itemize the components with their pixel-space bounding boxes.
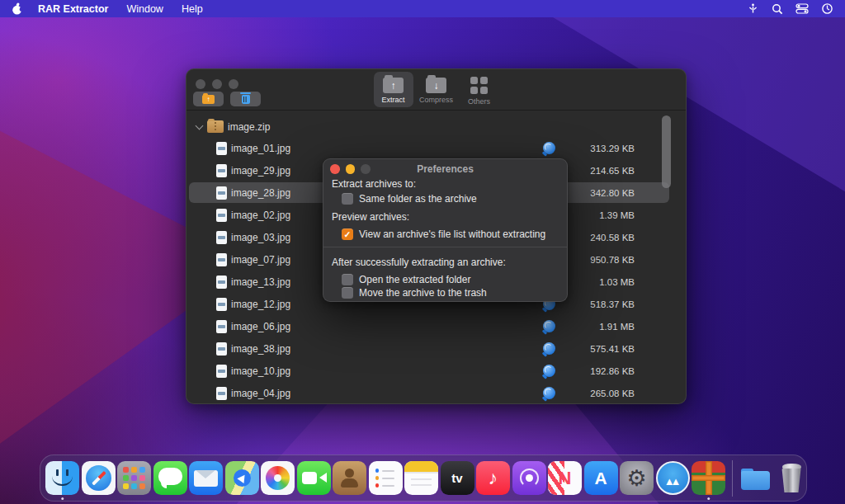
music-icon[interactable]: ♪ <box>476 461 510 495</box>
maps-icon[interactable] <box>225 461 259 495</box>
clock-icon[interactable] <box>821 2 833 15</box>
notes-icon[interactable] <box>404 461 438 495</box>
facetime-icon[interactable] <box>297 461 331 495</box>
minimize-button[interactable] <box>212 79 222 89</box>
traffic-lights-inactive[interactable] <box>196 79 238 89</box>
tab-others[interactable]: Others <box>460 72 499 107</box>
file-row[interactable]: image_06.jpg 1.91 MB <box>189 316 669 337</box>
checkbox-unchecked[interactable] <box>342 193 353 205</box>
jpg-file-icon <box>216 365 227 378</box>
file-row[interactable]: image_10.jpg 192.86 KB <box>189 360 669 381</box>
checkbox-checked[interactable]: ✓ <box>342 228 353 240</box>
file-row[interactable]: image_01.jpg 313.29 KB <box>189 138 669 158</box>
quick-look-icon[interactable] <box>543 142 555 154</box>
jpg-file-icon <box>216 298 227 311</box>
rar-archiver-icon[interactable] <box>692 461 725 495</box>
control-center-icon[interactable] <box>795 3 809 14</box>
jpg-file-icon <box>216 253 227 266</box>
running-indicator <box>61 497 64 501</box>
chevron-down-icon[interactable] <box>196 121 204 130</box>
antenna-icon[interactable] <box>747 2 759 15</box>
tab-extract[interactable]: ↑ Extract <box>374 72 413 107</box>
news-icon[interactable]: N <box>548 461 582 495</box>
quick-look-icon[interactable] <box>543 342 555 355</box>
folder-up-icon: ↑ <box>383 78 404 93</box>
trash-icon <box>242 95 250 104</box>
preferences-dialog: Preferences Extract archives to: Same fo… <box>323 158 568 302</box>
menu-app-name[interactable]: RAR Extractor <box>38 3 108 15</box>
menu-window[interactable]: Window <box>126 3 163 15</box>
reminders-icon[interactable] <box>369 461 403 495</box>
apple-menu[interactable] <box>12 2 23 16</box>
zoom-button[interactable] <box>229 79 238 89</box>
jpg-file-icon <box>216 186 227 200</box>
folder-down-icon: ↓ <box>426 78 446 93</box>
jpg-file-icon <box>216 231 227 244</box>
extract-folder-button[interactable]: ↑ <box>193 92 224 106</box>
menu-help[interactable]: Help <box>182 3 203 15</box>
section-label: After successfully extracting an archive… <box>332 257 506 268</box>
launchpad-icon[interactable] <box>117 461 151 495</box>
file-row[interactable]: image_38.jpg 575.41 KB <box>189 338 669 359</box>
finder-icon[interactable] <box>45 461 79 495</box>
dialog-title: Preferences <box>323 163 567 175</box>
zip-archive-icon <box>207 120 224 133</box>
file-row[interactable]: image_04.jpg 265.08 KB <box>189 383 669 403</box>
section-label: Preview archives: <box>332 211 409 223</box>
tab-compress[interactable]: ↓ Compress <box>417 72 456 107</box>
system-preferences-icon[interactable]: ⚙ <box>620 461 654 495</box>
trash-button[interactable] <box>230 92 261 106</box>
checkbox-unchecked[interactable] <box>342 274 353 285</box>
window-titlebar[interactable]: ↑ ↑ Extract ↓ Compress Others <box>186 69 686 111</box>
trash-icon[interactable] <box>775 461 809 495</box>
safari-icon[interactable] <box>82 461 116 495</box>
dock-separator <box>732 460 733 497</box>
close-button[interactable] <box>196 79 205 89</box>
jpg-file-icon <box>216 342 227 356</box>
section-label: Extract archives to: <box>332 178 416 190</box>
podcasts-icon[interactable] <box>512 461 546 495</box>
grid-icon <box>470 77 489 95</box>
option-open-folder[interactable]: Open the extracted folder <box>342 274 470 285</box>
mail-icon[interactable] <box>189 461 223 495</box>
jpg-file-icon <box>216 276 227 289</box>
running-indicator <box>707 497 710 501</box>
archive-row[interactable]: image.zip <box>189 116 669 137</box>
divider <box>323 247 567 247</box>
spotlight-search-icon[interactable] <box>772 3 783 15</box>
apple-icon <box>12 2 23 16</box>
option-same-folder[interactable]: Same folder as the archive <box>342 193 477 205</box>
folder-up-icon: ↑ <box>202 95 215 104</box>
rar-extractor-circle-icon[interactable]: ▲▲ <box>656 461 690 495</box>
dock: tv ♪ N A ⚙ ▲▲ <box>40 455 807 502</box>
option-view-file-list[interactable]: ✓ View an archive's file list without ex… <box>342 228 545 240</box>
scrollbar-thumb[interactable] <box>662 115 671 188</box>
apple-tv-icon[interactable]: tv <box>441 461 474 495</box>
option-move-to-trash[interactable]: Move the archive to the trash <box>342 287 487 299</box>
photos-icon[interactable] <box>261 461 295 495</box>
jpg-file-icon <box>216 164 227 177</box>
downloads-folder-icon[interactable] <box>739 461 772 495</box>
toolbar-tabs: ↑ Extract ↓ Compress Others <box>374 72 499 107</box>
jpg-file-icon <box>216 387 227 400</box>
checkbox-unchecked[interactable] <box>342 287 353 299</box>
jpg-file-icon <box>216 142 227 155</box>
jpg-file-icon <box>216 320 227 333</box>
quick-look-icon[interactable] <box>543 320 555 332</box>
desktop: RAR Extractor Window Help <box>0 0 845 504</box>
contacts-icon[interactable] <box>333 461 366 495</box>
jpg-file-icon <box>216 209 227 222</box>
app-store-icon[interactable]: A <box>584 461 618 495</box>
quick-look-icon[interactable] <box>543 365 555 377</box>
messages-icon[interactable] <box>153 461 187 495</box>
menu-bar: RAR Extractor Window Help <box>0 0 845 17</box>
quick-look-icon[interactable] <box>543 387 555 399</box>
